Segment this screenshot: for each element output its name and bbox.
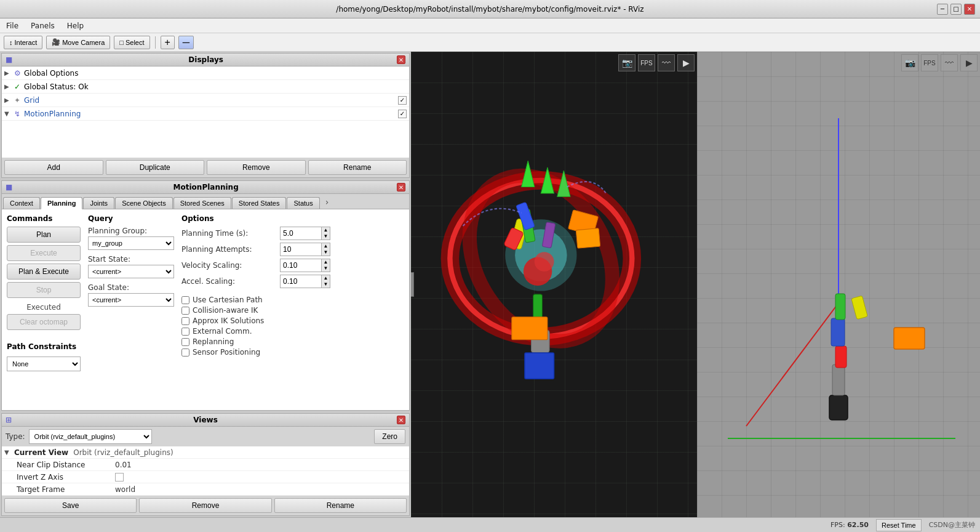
close-button[interactable]: ✕ [964, 4, 975, 15]
graph-button[interactable]: 〰 [658, 54, 675, 71]
planning-attempts-up[interactable]: ▲ [322, 243, 330, 249]
accel-scaling-up[interactable]: ▲ [322, 275, 330, 281]
planning-attempts-down[interactable]: ▼ [322, 249, 330, 256]
right-3d-viewport[interactable]: 📷 FPS 〰 ▶ [697, 52, 980, 517]
replanning-checkbox[interactable] [181, 338, 189, 346]
display-item-global-options[interactable]: ▶ ⚙ Global Options [2, 66, 409, 80]
collapse-right-handle[interactable]: › [411, 272, 414, 297]
tab-scene-objects[interactable]: Scene Objects [115, 197, 173, 209]
collision-aware-row: Collision-aware IK [181, 306, 404, 315]
tab-planning[interactable]: Planning [41, 197, 82, 209]
maximize-button[interactable]: □ [950, 4, 962, 15]
accel-scaling-input[interactable]: 0.10 [281, 275, 321, 288]
add-button[interactable]: + [161, 36, 175, 49]
displays-remove-button[interactable]: Remove [207, 160, 306, 175]
tab-stored-scenes[interactable]: Stored Scenes [173, 197, 231, 209]
stop-button[interactable]: Stop [7, 282, 81, 298]
display-item-grid[interactable]: ▶ ✦ Grid ✓ [2, 94, 409, 107]
minimize-button[interactable]: ─ [937, 4, 948, 15]
current-view-expander[interactable]: ▼ [4, 449, 14, 456]
reset-time-button[interactable]: Reset Time [876, 519, 922, 531]
minus-button[interactable]: ─ [178, 36, 194, 49]
planning-time-down[interactable]: ▼ [322, 233, 330, 240]
collision-aware-checkbox[interactable] [181, 307, 189, 315]
help-menu[interactable]: Help [65, 20, 86, 31]
select-button[interactable]: □ Select [114, 36, 149, 49]
views-zero-button[interactable]: Zero [374, 429, 405, 444]
velocity-scaling-up[interactable]: ▲ [322, 259, 330, 265]
global-options-expander[interactable]: ▶ [4, 70, 14, 76]
invert-z-check[interactable] [115, 473, 124, 482]
tab-more-button[interactable]: › [322, 195, 333, 209]
views-list: ▼ Current View Orbit (rviz_default_plugi… [2, 446, 409, 496]
planning-time-spinners: ▲ ▼ [321, 227, 330, 240]
sensor-positioning-checkbox[interactable] [181, 349, 189, 357]
near-clip-item[interactable]: Near Clip Distance 0.01 [2, 459, 409, 471]
display-item-global-status[interactable]: ▶ ✓ Global Status: Ok [2, 80, 409, 94]
move-camera-button[interactable]: 🎥 Move Camera [46, 36, 110, 49]
watermark-text: CSDN@主菜钟 [929, 520, 975, 530]
video-button[interactable]: ▶ [677, 54, 695, 71]
displays-duplicate-button[interactable]: Duplicate [106, 160, 205, 175]
tab-stored-states[interactable]: Stored States [232, 197, 287, 209]
views-remove-button[interactable]: Remove [139, 498, 271, 513]
clear-octomap-button[interactable]: Clear octomap [7, 314, 81, 330]
velocity-scaling-down[interactable]: ▼ [322, 265, 330, 272]
interact-button[interactable]: ↕ Interact [4, 36, 42, 49]
plan-execute-button[interactable]: Plan & Execute [7, 264, 81, 280]
use-cartesian-checkbox[interactable] [181, 296, 189, 304]
views-rename-button[interactable]: Rename [274, 498, 407, 513]
invert-z-item[interactable]: Invert Z Axis [2, 471, 409, 483]
planning-attempts-input[interactable]: 10 [281, 243, 321, 256]
displays-rename-button[interactable]: Rename [308, 160, 407, 175]
velocity-scaling-input[interactable]: 0.10 [281, 259, 321, 272]
start-state-select[interactable]: <current> [88, 265, 174, 278]
near-clip-label: Near Clip Distance [17, 461, 115, 469]
planning-group-select[interactable]: my_group [88, 236, 174, 250]
planning-time-input[interactable]: 5.0 [281, 227, 321, 240]
displays-close-button[interactable]: ✕ [397, 55, 405, 64]
motion-planning-check[interactable]: ✓ [398, 110, 407, 118]
planning-attempts-row: Planning Attempts: 10 ▲ ▼ [181, 243, 404, 256]
tab-context[interactable]: Context [3, 197, 40, 209]
viewport-area[interactable]: 📷 FPS 〰 ▶ ‹ › [411, 52, 697, 517]
grid-expander[interactable]: ▶ [4, 97, 14, 103]
planning-time-up[interactable]: ▲ [322, 227, 330, 233]
approx-ik-row: Approx IK Solutions [181, 316, 404, 325]
current-view-item[interactable]: ▼ Current View Orbit (rviz_default_plugi… [2, 446, 409, 459]
motion-planning-expander[interactable]: ▼ [4, 110, 14, 117]
tab-status[interactable]: Status [287, 197, 319, 209]
views-save-button[interactable]: Save [4, 498, 137, 513]
path-constraints-select[interactable]: None [7, 357, 81, 371]
camera-icon: 🎥 [52, 38, 60, 46]
accel-scaling-input-group: 0.10 ▲ ▼ [280, 275, 330, 288]
panels-menu[interactable]: Panels [28, 20, 57, 31]
tab-joints[interactable]: Joints [83, 197, 114, 209]
plan-button[interactable]: Plan [7, 227, 81, 243]
views-title: Views [193, 416, 218, 424]
displays-panel: ■ Displays ✕ ▶ ⚙ Global Options ▶ ✓ Glob… [1, 53, 410, 178]
grid-check[interactable]: ✓ [398, 96, 407, 105]
displays-list: ▶ ⚙ Global Options ▶ ✓ Global Status: Ok… [2, 66, 409, 121]
fps-icon-button[interactable]: FPS [638, 54, 655, 71]
views-close-button[interactable]: ✕ [397, 416, 405, 424]
screenshot-button[interactable]: 📷 [618, 54, 635, 71]
accel-scaling-down[interactable]: ▼ [322, 281, 330, 288]
toolbar: ↕ Interact 🎥 Move Camera □ Select + ─ [0, 33, 980, 52]
execute-button[interactable]: Execute [7, 245, 81, 261]
approx-ik-checkbox[interactable] [181, 317, 189, 325]
title-bar: /home/yong/Desktop/myRobot/install/mybot… [0, 0, 980, 18]
goal-state-select[interactable]: <current> [88, 293, 174, 307]
external-comm-checkbox[interactable] [181, 328, 189, 336]
target-frame-item[interactable]: Target Frame world [2, 483, 409, 496]
planning-attempts-input-group: 10 ▲ ▼ [280, 243, 330, 256]
svg-rect-29 [851, 296, 867, 319]
display-item-motion-planning[interactable]: ▼ ↯ MotionPlanning ✓ [2, 107, 409, 121]
3d-viewport[interactable] [411, 52, 697, 517]
file-menu[interactable]: File [4, 20, 21, 31]
global-status-expander[interactable]: ▶ [4, 83, 14, 90]
views-type-select[interactable]: Orbit (rviz_default_plugins) [29, 429, 152, 444]
replanning-row: Replanning [181, 337, 404, 346]
motion-planning-close-button[interactable]: ✕ [397, 183, 405, 191]
displays-add-button[interactable]: Add [4, 160, 103, 175]
